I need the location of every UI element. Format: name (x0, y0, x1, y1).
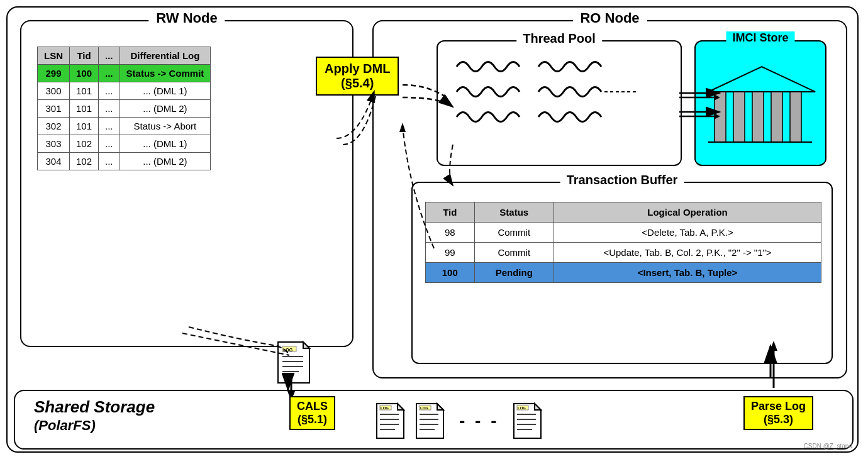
log-icon-rw: LOG (275, 339, 316, 389)
log-cell-tid: 102 (70, 135, 99, 153)
txn-col-operation: Logical Operation (554, 202, 821, 223)
log-cell-lsn: 300 (38, 82, 70, 100)
log-cell-tid: 101 (70, 82, 99, 100)
main-container: RW Node LSN Tid ... Differential Log 299… (6, 6, 859, 453)
imci-store: IMCI Store (694, 40, 826, 166)
log-cell-dots: ... (99, 100, 120, 118)
log-cell-log: Status -> Abort (120, 118, 211, 135)
log-file-1: LOG (374, 400, 408, 441)
squiggly-container (444, 54, 658, 142)
log-cell-lsn: 304 (38, 153, 70, 170)
imci-columns (702, 60, 821, 155)
svg-marker-19 (303, 342, 309, 348)
log-cell-dots: ... (99, 82, 120, 100)
txn-buffer-title: Transaction Buffer (560, 173, 684, 187)
txn-cell-tid: 100 (426, 263, 475, 283)
txn-table-row: 100Pending<Insert, Tab. B, Tuple> (426, 263, 821, 283)
log-file-icon: LOG (275, 339, 316, 386)
col-lsn: LSN (38, 47, 70, 65)
log-table-row: 304102...... (DML 2) (38, 153, 211, 170)
txn-table-row: 99Commit<Update, Tab. B, Col. 2, P.K., "… (426, 243, 821, 263)
log-cell-lsn: 302 (38, 118, 70, 135)
svg-rect-16 (790, 92, 801, 142)
shared-storage: Shared Storage (PolarFS) LOG LOG (14, 390, 854, 450)
shared-storage-title: Shared Storage (34, 397, 155, 417)
txn-cell-operation: <Delete, Tab. A, P.K.> (554, 223, 821, 243)
log-cell-lsn: 299 (38, 65, 70, 82)
log-cell-log: Status -> Commit (120, 65, 211, 82)
log-table-row: 302101...Status -> Abort (38, 118, 211, 135)
thread-squiggles (444, 54, 658, 142)
log-cell-dots: ... (99, 65, 120, 82)
log-cell-log: ... (DML 2) (120, 153, 211, 170)
log-file-2: LOG (413, 400, 448, 441)
txn-cell-status: Commit (474, 223, 554, 243)
txn-cell-status: Pending (474, 263, 554, 283)
col-diff-log: Differential Log (120, 47, 211, 65)
log-cell-log: ... (DML 2) (120, 100, 211, 118)
cals-label: CALS (§5.1) (289, 396, 335, 430)
log-cell-tid: 101 (70, 100, 99, 118)
ro-node-title: RO Node (572, 10, 647, 26)
log-cell-lsn: 303 (38, 135, 70, 153)
parse-log-label: Parse Log (§5.3) (743, 396, 813, 430)
svg-rect-13 (733, 92, 745, 142)
log-table: LSN Tid ... Differential Log 299100...St… (37, 47, 211, 170)
svg-rect-14 (752, 92, 764, 142)
log-files-row: LOG LOG - - - (374, 400, 545, 441)
svg-text:LOG: LOG (381, 406, 389, 410)
log-cell-tid: 102 (70, 153, 99, 170)
imci-store-title: IMCI Store (726, 31, 794, 45)
log-table-row: 300101...... (DML 1) (38, 82, 211, 100)
log-table-row: 301101...... (DML 2) (38, 100, 211, 118)
rw-node-title: RW Node (148, 10, 225, 26)
svg-marker-43 (535, 404, 541, 410)
svg-text:LOG: LOG (283, 348, 293, 352)
col-tid: Tid (70, 47, 99, 65)
svg-marker-35 (437, 404, 443, 410)
txn-cell-operation: <Insert, Tab. B, Tuple> (554, 263, 821, 283)
ro-node: RO Node Thread Pool IMCI Store (372, 20, 847, 378)
txn-col-tid: Tid (426, 202, 475, 223)
thread-pool: Thread Pool (437, 40, 682, 166)
log-table-row: 303102...... (DML 1) (38, 135, 211, 153)
txn-table: Tid Status Logical Operation 98Commit<De… (425, 202, 821, 283)
svg-text:LOG: LOG (518, 406, 526, 410)
txn-cell-tid: 99 (426, 243, 475, 263)
log-cell-dots: ... (99, 153, 120, 170)
svg-rect-12 (715, 92, 726, 142)
txn-table-row: 98Commit<Delete, Tab. A, P.K.> (426, 223, 821, 243)
log-cell-log: ... (DML 1) (120, 82, 211, 100)
log-file-3: LOG (511, 400, 545, 441)
log-cell-lsn: 301 (38, 100, 70, 118)
shared-storage-subtitle: (PolarFS) (34, 417, 96, 434)
log-cell-tid: 100 (70, 65, 99, 82)
dots-separator: - - - (459, 411, 499, 431)
log-cell-tid: 101 (70, 118, 99, 135)
svg-marker-11 (708, 67, 815, 92)
apply-dml-label: Apply DML (§5.4) (316, 57, 399, 96)
txn-col-status: Status (474, 202, 554, 223)
log-table-row: 299100...Status -> Commit (38, 65, 211, 82)
col-dots: ... (99, 47, 120, 65)
watermark: CSDN @Z_stand (804, 443, 852, 450)
txn-cell-status: Commit (474, 243, 554, 263)
txn-cell-operation: <Update, Tab. B, Col. 2, P.K., "2" -> "1… (554, 243, 821, 263)
log-cell-log: ... (DML 1) (120, 135, 211, 153)
log-cell-dots: ... (99, 135, 120, 153)
log-cell-dots: ... (99, 118, 120, 135)
rw-node: RW Node LSN Tid ... Differential Log 299… (20, 20, 353, 347)
thread-pool-title: Thread Pool (516, 31, 602, 46)
svg-text:LOG: LOG (420, 406, 428, 410)
txn-buffer: Transaction Buffer Tid Status Logical Op… (411, 182, 833, 364)
txn-cell-tid: 98 (426, 223, 475, 243)
svg-marker-27 (398, 404, 404, 410)
svg-rect-15 (771, 92, 782, 142)
